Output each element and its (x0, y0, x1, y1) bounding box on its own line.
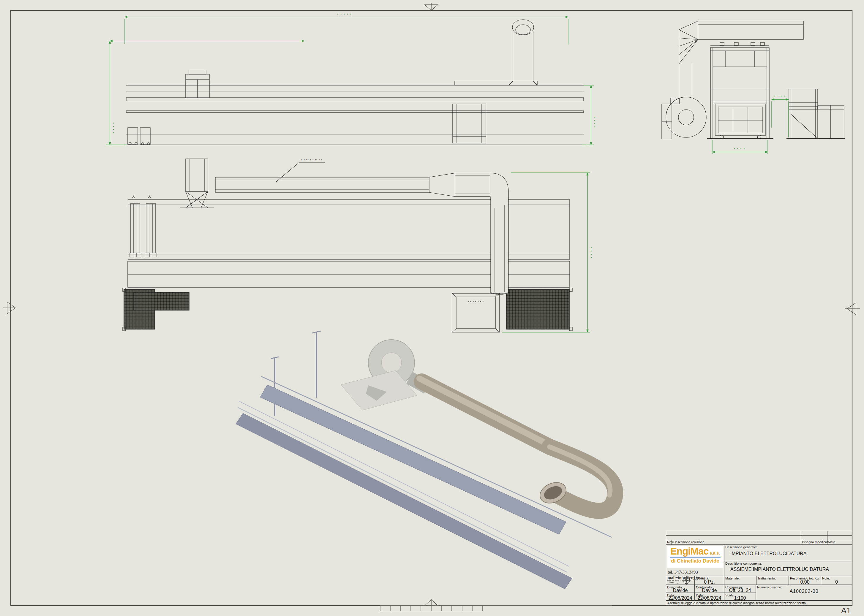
logo-subtitle: di Chinellato Davide (667, 558, 723, 564)
first-angle-projection-icon (666, 576, 694, 585)
plan-view (123, 159, 572, 332)
scala-value: 1:100 (724, 596, 755, 601)
side-end-view (662, 21, 845, 139)
grating-right (507, 288, 572, 331)
commessa-cell: Commessa: Off. 23_24 (724, 585, 756, 593)
revision-date-label: Data (828, 540, 835, 544)
chimney-plan (180, 159, 214, 208)
sheet-size-label: A1 (841, 606, 851, 615)
company-cell: EngiMac s.a.s. di Chinellato Davide tel.… (666, 545, 724, 576)
fan-side-view (662, 97, 706, 139)
leader-note-text: • • •• • • •• • • (301, 158, 322, 162)
materiale-label: Materiale: (725, 577, 740, 580)
data-controllato-value: 22/08/2024 (695, 596, 724, 601)
company-phone: tel. 347/3313493 (668, 569, 708, 575)
descrizione-generale-cell: Descrizione generale: IMPIANTO ELETTROLU… (724, 545, 852, 561)
rev-label: Rev. (667, 540, 674, 544)
dim-text-height-left: • • • • (112, 122, 115, 134)
duct-plan (215, 173, 490, 196)
scala-cell: Scala: 1:100 (724, 593, 756, 600)
scale-bar (380, 606, 612, 611)
disegnato-value: Davide (666, 588, 694, 593)
dim-text-height-right: • • • • (593, 116, 596, 128)
commessa-value: Off. 23_24 (724, 588, 755, 593)
dim-text-overall-length: • • • • • (337, 12, 352, 16)
descrizione-componente-label: Descrizione componente: (725, 562, 762, 565)
descrizione-componente-cell: Descrizione componente: ASSIEME IMPIANTO… (724, 561, 852, 576)
quantita-value: 0 Pz. (695, 580, 724, 585)
company-logo: EngiMac s.a.s. di Chinellato Davide (667, 546, 723, 567)
drawing-sheet: • • • • • • • • • • • • • • • • • • • • … (0, 0, 864, 616)
trattamento-cell: Trattamento: (756, 576, 789, 585)
descrizione-generale-value: IMPIANTO ELETTROLUCIDATURA (730, 551, 852, 556)
stair-tower-side (787, 89, 845, 138)
separate-tank-plan (452, 293, 500, 332)
peso-cell: Peso teorico tot. Kg.: 0.00 (789, 576, 821, 585)
controllato-value: Davide (695, 588, 724, 593)
disegnato-cell: Disegnato: Davide (666, 585, 695, 593)
logo-suffix: s.a.s. (710, 551, 720, 555)
data-disegnato-value: 22/08/2024 (666, 596, 694, 601)
data-controllato-cell: Data: 22/08/2024 (695, 593, 724, 600)
revision-modified-label: Disegno modificato (802, 540, 830, 544)
note-value: 0 (821, 580, 852, 585)
centering-mark-top (425, 3, 438, 10)
logo-text: EngiMac (670, 546, 709, 556)
dimension-lines (106, 17, 788, 332)
leader-line (276, 163, 325, 182)
legal-note: A termini di legge è vietata la riproduz… (666, 600, 852, 605)
descrizione-componente-value: ASSIEME IMPIANTO ELETTROLUCIDATURA (730, 567, 852, 572)
exhaust-pipe-plan (490, 173, 508, 295)
descrizione-generale-label: Descrizione generale: (725, 545, 757, 549)
title-block: Rev. Descrizione revisione Disegno modif… (666, 531, 852, 605)
centering-mark-bottom (425, 599, 438, 606)
data-disegnato-cell: Data: 22/08/2024 (666, 593, 695, 600)
peso-value: 0.00 (789, 580, 821, 585)
dim-text-side-gap: • • • • (774, 94, 786, 97)
note-cell: Note: 0 (821, 576, 852, 585)
controllato-cell: Controllato: Davide (695, 585, 724, 593)
drawing-canvas: • • • • • • • • • • • • • • • • • • • • … (0, 0, 864, 616)
grating-left (123, 288, 189, 331)
front-elevation-view (124, 20, 586, 145)
revision-descr-label: Descrizione revisione (673, 540, 705, 544)
quantita-cell: Quantità: 0 Pz. (695, 576, 724, 585)
centering-mark-right (845, 303, 860, 315)
revision-rev-cell: Rev. (666, 540, 672, 545)
dim-text-side-width: • • • • (734, 146, 746, 150)
logo-rule (670, 556, 721, 558)
centering-mark-left (3, 302, 16, 314)
trattamento-label: Trattamento: (757, 577, 776, 580)
projection-symbol-cell (666, 576, 695, 585)
numero-disegno-value: A100202-00 (756, 589, 852, 594)
chimney-elevation (455, 20, 537, 85)
numero-disegno-cell: Numero disegno: A100202-00 (756, 585, 852, 600)
dim-text-plan-height: • • • • (589, 247, 593, 258)
rectifier-units-plan (129, 195, 157, 257)
exhaust-duct-3d (419, 379, 615, 511)
isometric-3d-view (236, 331, 615, 589)
control-cabinet (186, 70, 209, 98)
materiale-cell: Materiale: (724, 576, 756, 585)
tank-note-text: • • • • • • • (468, 300, 484, 303)
